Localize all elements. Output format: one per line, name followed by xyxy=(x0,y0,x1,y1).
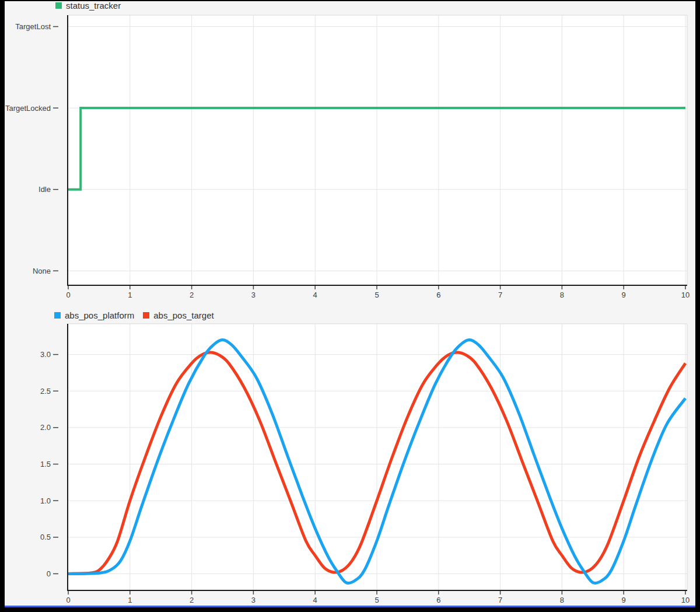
x-tick-label: 7 xyxy=(498,291,502,299)
y-tick-label: 1.0 xyxy=(40,496,51,505)
y-tick-label: 1.5 xyxy=(40,460,51,468)
x-tick-label: 8 xyxy=(560,291,564,299)
y-tick-label: TargetLocked xyxy=(5,104,51,113)
x-tick-label: 2 xyxy=(190,291,194,299)
x-tick-label: 2 xyxy=(190,596,194,604)
y-tick-label: 2.0 xyxy=(40,423,51,432)
x-tick-label: 8 xyxy=(560,596,564,604)
x-tick-label: 3 xyxy=(251,291,256,299)
x-tick-label: 1 xyxy=(128,291,132,299)
x-tick-label: 0 xyxy=(66,291,70,299)
y-tick-label: TargetLost xyxy=(15,22,51,31)
y-tick-label: 2.5 xyxy=(40,387,51,396)
y-tick-label: 3.0 xyxy=(40,350,51,359)
x-tick-label: 5 xyxy=(374,291,379,299)
status-tracker-chart[interactable]: 012345678910NoneIdleTargetLockedTargetLo… xyxy=(5,1,695,305)
x-tick-label: 9 xyxy=(622,291,626,299)
x-tick-label: 5 xyxy=(374,596,379,604)
x-tick-label: 7 xyxy=(498,596,502,604)
y-tick-label: None xyxy=(33,267,51,275)
abs-position-chart[interactable]: 01234567891000.51.01.52.02.53.0 xyxy=(5,309,695,607)
x-tick-label: 6 xyxy=(436,291,440,299)
selection-highlight-bar xyxy=(5,606,695,607)
x-tick-label: 4 xyxy=(313,596,317,604)
x-tick-label: 10 xyxy=(681,291,690,299)
x-tick-label: 6 xyxy=(436,596,440,604)
inspector-canvas: status_tracker 012345678910NoneIdleTarge… xyxy=(5,1,695,607)
y-tick-label: 0.5 xyxy=(40,533,51,541)
y-tick-label: 0 xyxy=(47,569,51,578)
x-tick-label: 3 xyxy=(251,596,256,604)
y-tick-label: Idle xyxy=(38,185,51,194)
x-tick-label: 9 xyxy=(622,596,626,604)
x-tick-label: 0 xyxy=(66,596,70,604)
x-tick-label: 10 xyxy=(681,596,690,604)
x-tick-label: 4 xyxy=(313,291,317,299)
x-tick-label: 1 xyxy=(128,596,132,604)
